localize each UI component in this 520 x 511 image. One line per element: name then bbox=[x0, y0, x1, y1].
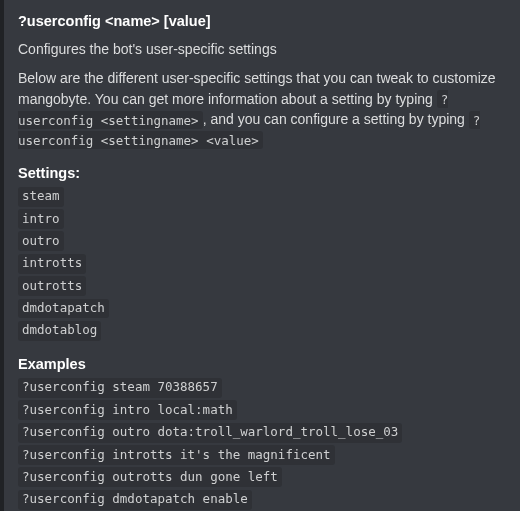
settings-section: Settings: steam intro outro introtts out… bbox=[18, 164, 504, 341]
setting-code: outrotts bbox=[18, 276, 86, 296]
example-code: ?userconfig outrotts dun gone left bbox=[18, 467, 282, 487]
examples-heading: Examples bbox=[18, 355, 504, 375]
example-item: ?userconfig dmdotapatch enable bbox=[18, 489, 504, 509]
embed-explanation: Below are the different user-specific se… bbox=[18, 68, 504, 149]
setting-code: intro bbox=[18, 209, 64, 229]
setting-item: outrotts bbox=[18, 276, 504, 296]
setting-item: dmdotablog bbox=[18, 320, 504, 340]
example-code: ?userconfig introtts it's the magnificen… bbox=[18, 445, 335, 465]
setting-item: dmdotapatch bbox=[18, 298, 504, 318]
example-item: ?userconfig introtts it's the magnificen… bbox=[18, 445, 504, 465]
setting-code: outro bbox=[18, 231, 64, 251]
explain-text-pre: Below are the different user-specific se… bbox=[18, 70, 496, 106]
settings-heading: Settings: bbox=[18, 164, 504, 184]
setting-code: dmdotapatch bbox=[18, 299, 109, 319]
example-item: ?userconfig outro dota:troll_warlord_tro… bbox=[18, 422, 504, 442]
example-code: ?userconfig intro local:math bbox=[18, 400, 237, 420]
embed-card: ?userconfig <name> [value] Configures th… bbox=[0, 0, 520, 511]
example-item: ?userconfig intro local:math bbox=[18, 400, 504, 420]
explain-text-mid: , and you can configure a setting by typ… bbox=[203, 111, 469, 127]
examples-section: Examples ?userconfig steam 70388657 ?use… bbox=[18, 355, 504, 511]
setting-code: steam bbox=[18, 187, 64, 207]
setting-item: introtts bbox=[18, 253, 504, 273]
setting-item: steam bbox=[18, 186, 504, 206]
embed-description: Configures the bot's user-specific setti… bbox=[18, 40, 504, 59]
setting-item: intro bbox=[18, 209, 504, 229]
example-item: ?userconfig outrotts dun gone left bbox=[18, 467, 504, 487]
example-code: ?userconfig dmdotapatch enable bbox=[18, 490, 252, 510]
embed-title: ?userconfig <name> [value] bbox=[18, 12, 504, 32]
setting-code: dmdotablog bbox=[18, 321, 101, 341]
example-item: ?userconfig steam 70388657 bbox=[18, 377, 504, 397]
setting-item: outro bbox=[18, 231, 504, 251]
example-code: ?userconfig outro dota:troll_warlord_tro… bbox=[18, 423, 402, 443]
example-code: ?userconfig steam 70388657 bbox=[18, 378, 222, 398]
setting-code: introtts bbox=[18, 254, 86, 274]
